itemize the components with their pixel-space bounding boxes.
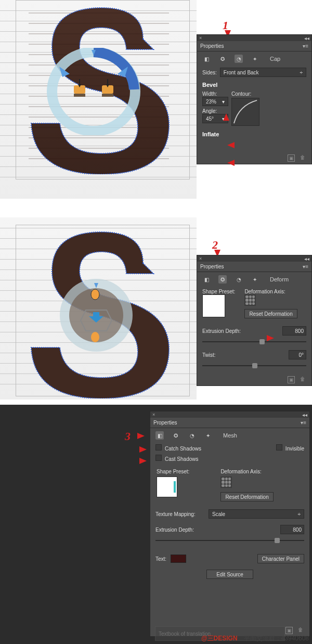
close-icon[interactable]: × <box>199 256 202 261</box>
mode-label: Mesh <box>223 432 237 439</box>
arrow-angle <box>227 160 235 166</box>
panel-menu-icon[interactable]: ▾≡ <box>301 420 306 426</box>
reset-deformation-button[interactable]: Reset Deformation <box>244 309 297 318</box>
step-2-section: 2 ×◂◂ Properties ▾≡ ◧ ✪ ◔ ✦ Deform Shape… <box>0 217 312 405</box>
step-3-section: 3 ×◂◂ Properties ▾≡ ◧ ✪ ◔ ✦ Mesh Catch S… <box>0 405 312 644</box>
catch-shadows-checkbox[interactable]: Catch Shadows <box>155 444 201 452</box>
panel-collapse-icon[interactable]: ◂◂ <box>302 412 307 418</box>
render-icon[interactable]: ▣ <box>288 154 295 162</box>
shape-preset-picker[interactable] <box>157 476 177 497</box>
step-number-3: 3 <box>125 430 131 443</box>
coordinates-tab-icon[interactable]: ✦ <box>251 55 259 63</box>
character-panel-button[interactable]: Character Panel <box>257 554 304 563</box>
close-icon[interactable]: × <box>199 35 202 41</box>
extrusion-slider[interactable] <box>155 537 304 544</box>
width-label: Width: <box>202 91 225 97</box>
extrusion-slider[interactable] <box>202 339 306 345</box>
render-icon[interactable]: ▣ <box>288 376 295 383</box>
close-icon[interactable]: × <box>152 412 155 417</box>
watermark: @三DESIGN 平面交流群：43940608 <box>201 634 309 643</box>
twist-label: Twist: <box>202 352 225 358</box>
texture-mapping-label: Texture Mapping: <box>155 511 205 517</box>
shape-preset-label: Shape Preset: <box>157 469 189 474</box>
canvas-area-1 <box>0 0 197 199</box>
panel-collapse-icon[interactable]: ◂◂ <box>304 256 309 262</box>
deform-axis-label: Deformation Axis: <box>244 289 297 294</box>
arrow-sides <box>223 113 229 121</box>
cap-tab-icon[interactable]: ◔ <box>235 275 243 284</box>
svg-point-18 <box>91 332 99 342</box>
bevel-heading: Bevel <box>197 79 311 89</box>
render-icon[interactable]: ▣ <box>285 627 293 634</box>
svg-rect-6 <box>102 94 113 97</box>
arrow-width <box>227 142 235 148</box>
panel-title: Properties <box>200 264 224 269</box>
deform-tab-icon[interactable]: ✪ <box>218 55 227 63</box>
panel-collapse-icon[interactable]: ◂◂ <box>304 35 309 41</box>
properties-panel-cap: ×◂◂ Properties ▾≡ ◧ ✪ ◔ ✦ Cap Sides: Fro… <box>197 34 312 164</box>
text-label: Text: <box>155 556 166 562</box>
contour-picker[interactable] <box>231 98 259 126</box>
cap-tab-icon[interactable]: ◔ <box>235 55 243 63</box>
deform-tab-icon[interactable]: ✪ <box>218 275 227 284</box>
extrusion-depth-label: Extrusion Depth: <box>155 527 205 533</box>
inflate-heading: Inflate <box>197 128 311 138</box>
deformation-axis-grid[interactable] <box>220 476 232 488</box>
cap-tab-icon[interactable]: ◔ <box>188 431 196 440</box>
mode-label: Cap <box>270 56 280 62</box>
deform-tab-icon[interactable]: ✪ <box>172 431 180 440</box>
mesh-tab-icon[interactable]: ◧ <box>202 275 211 284</box>
mode-label: Deform <box>270 276 289 282</box>
arrow-extrusion <box>267 335 274 341</box>
trash-icon[interactable]: 🗑 <box>298 627 305 634</box>
arrow-catch-shadows <box>139 446 147 453</box>
panel-menu-icon[interactable]: ▾≡ <box>303 43 308 49</box>
edit-source-button[interactable]: Edit Source <box>206 570 253 579</box>
properties-panel-mesh: ×◂◂ Properties ▾≡ ◧ ✪ ◔ ✦ Mesh Catch Sha… <box>150 411 310 637</box>
canvas-area-2 <box>0 217 197 400</box>
3d-rotation-gizmo[interactable] <box>47 48 140 135</box>
arrow-cast-shadows <box>139 458 147 464</box>
properties-panel-deform: ×◂◂ Properties ▾≡ ◧ ✪ ◔ ✦ Deform Shape P… <box>197 255 312 386</box>
invisible-checkbox[interactable]: Invisible <box>276 444 304 452</box>
sides-label: Sides: <box>202 70 217 75</box>
extrusion-depth-field[interactable]: 800 <box>282 326 306 336</box>
mesh-tab-icon[interactable]: ◧ <box>202 55 211 63</box>
sides-select[interactable]: Front and Back÷ <box>220 68 306 77</box>
texture-mapping-select[interactable]: Scale÷ <box>209 509 304 519</box>
reset-deformation-button[interactable]: Reset Deformation <box>220 492 273 501</box>
width-select[interactable]: 23%▾ <box>202 97 228 106</box>
deform-axis-label: Deformation Axis: <box>220 469 273 474</box>
shape-preset-picker[interactable] <box>202 294 225 317</box>
panel-title: Properties <box>200 43 224 49</box>
3d-rotation-gizmo-2[interactable] <box>55 274 138 357</box>
svg-rect-4 <box>74 94 85 97</box>
text-color-swatch[interactable] <box>171 555 186 563</box>
properties-mode-tabs: ◧ ✪ ◔ ✦ Cap <box>197 51 311 66</box>
panel-title: Properties <box>153 420 177 426</box>
shape-preset-label: Shape Preset: <box>202 289 235 294</box>
deformation-axis-grid[interactable] <box>244 294 256 306</box>
extrusion-depth-label: Extrusion Depth: <box>202 328 250 334</box>
cast-shadows-checkbox[interactable]: Cast Shadows <box>155 455 198 462</box>
trash-icon[interactable]: 🗑 <box>300 376 307 383</box>
coordinates-tab-icon[interactable]: ✦ <box>251 275 259 284</box>
mesh-tab-icon[interactable]: ◧ <box>155 431 164 440</box>
coordinates-tab-icon[interactable]: ✦ <box>204 431 212 440</box>
extrusion-depth-field[interactable]: 800 <box>280 525 304 534</box>
trash-icon[interactable]: 🗑 <box>300 154 307 162</box>
step-1-section: 1 ×◂◂ Properties ▾≡ ◧ ✪ ◔ ✦ Cap Sides: F… <box>0 0 312 217</box>
panel-menu-icon[interactable]: ▾≡ <box>303 264 308 269</box>
twist-field[interactable]: 0° <box>289 350 306 359</box>
twist-slider[interactable] <box>202 363 306 369</box>
angle-label: Angle: <box>202 108 225 114</box>
contour-label: Contour: <box>231 91 259 97</box>
arrow-to-mesh-icon <box>137 433 145 439</box>
